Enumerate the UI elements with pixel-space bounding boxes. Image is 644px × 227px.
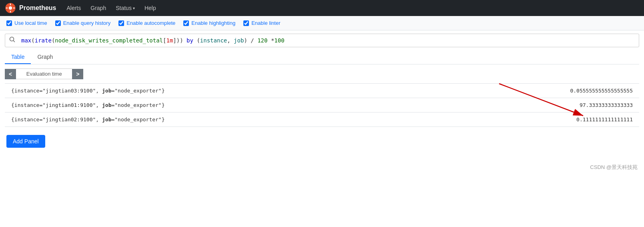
- nav-help[interactable]: Help: [140, 2, 160, 14]
- checkbox-autocomplete[interactable]: [118, 20, 124, 26]
- eval-next-button[interactable]: >: [72, 69, 83, 79]
- navbar-links: Alerts Graph Status ▾ Help: [62, 2, 160, 14]
- svg-rect-5: [13, 8, 15, 8]
- nav-alerts[interactable]: Alerts: [62, 2, 85, 14]
- svg-rect-2: [10, 4, 11, 5]
- search-bar: max(irate(node_disk_writes_completed_tot…: [5, 34, 639, 47]
- tab-graph[interactable]: Graph: [31, 50, 59, 64]
- option-label-linter: Enable linter: [251, 20, 280, 26]
- result-label-1: {instance="jingtian01:9100", job="node_e…: [5, 98, 441, 112]
- eval-bar: < Evaluation time >: [5, 68, 83, 79]
- result-value-0: 0.055555555555555555: [441, 84, 639, 98]
- table-row: {instance="jingtian03:9100", job="node_e…: [5, 84, 639, 98]
- option-label-highlighting: Enable highlighting: [191, 20, 235, 26]
- brand-name: Prometheus: [19, 4, 56, 12]
- tab-table[interactable]: Table: [5, 50, 31, 64]
- option-label-autocomplete: Enable autocomplete: [126, 20, 175, 26]
- option-autocomplete[interactable]: Enable autocomplete: [118, 20, 175, 26]
- checkbox-highlighting[interactable]: [183, 20, 189, 26]
- brand: Prometheus: [5, 2, 56, 14]
- results-section: {instance="jingtian03:9100", job="node_e…: [5, 83, 639, 127]
- checkbox-use-local-time[interactable]: [6, 20, 12, 26]
- prometheus-logo: [5, 2, 16, 14]
- query-input[interactable]: max(irate(node_disk_writes_completed_tot…: [20, 35, 639, 46]
- checkbox-query-history[interactable]: [55, 20, 61, 26]
- results-table: {instance="jingtian03:9100", job="node_e…: [5, 84, 639, 127]
- watermark: CSDN @景天科技苑: [0, 156, 644, 175]
- svg-point-7: [10, 37, 14, 41]
- svg-rect-4: [6, 8, 8, 8]
- option-label-use-local-time: Use local time: [14, 20, 47, 26]
- table-row: {instance="jingtian02:9100", job="node_e…: [5, 112, 639, 127]
- options-bar: Use local time Enable query history Enab…: [0, 16, 644, 30]
- option-linter[interactable]: Enable linter: [243, 20, 280, 26]
- option-query-history[interactable]: Enable query history: [55, 20, 111, 26]
- option-highlighting[interactable]: Enable highlighting: [183, 20, 235, 26]
- svg-rect-3: [10, 11, 11, 12]
- option-label-query-history: Enable query history: [63, 20, 111, 26]
- nav-status[interactable]: Status ▾: [112, 2, 139, 14]
- eval-prev-button[interactable]: <: [5, 69, 16, 79]
- tabs: Table Graph: [5, 50, 639, 64]
- svg-point-1: [9, 6, 12, 10]
- eval-time-label: Evaluation time: [16, 68, 72, 79]
- add-panel-button[interactable]: Add Panel: [6, 135, 45, 148]
- add-panel-section: Add Panel: [0, 127, 644, 156]
- result-label-2: {instance="jingtian02:9100", job="node_e…: [5, 112, 441, 127]
- status-caret: ▾: [133, 6, 135, 10]
- option-use-local-time[interactable]: Use local time: [6, 20, 47, 26]
- svg-line-8: [14, 41, 15, 42]
- result-label-0: {instance="jingtian03:9100", job="node_e…: [5, 84, 441, 98]
- checkbox-linter[interactable]: [243, 20, 249, 26]
- table-row: {instance="jingtian01:9100", job="node_e…: [5, 98, 639, 112]
- search-icon: [5, 34, 20, 47]
- navbar: Prometheus Alerts Graph Status ▾ Help: [0, 0, 644, 16]
- nav-graph[interactable]: Graph: [86, 2, 110, 14]
- result-value-2: 0.1111111111111111: [441, 112, 639, 127]
- result-value-1: 97.33333333333333: [441, 98, 639, 112]
